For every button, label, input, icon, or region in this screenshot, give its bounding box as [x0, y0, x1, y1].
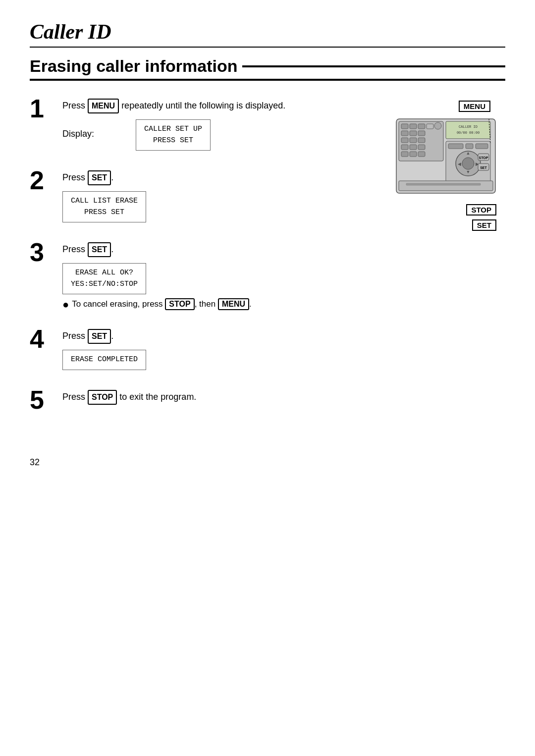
stop-key-5: STOP — [88, 390, 117, 405]
step-3-display: ERASE ALL OK? YES:SET/NO:STOP — [62, 263, 146, 294]
step-3-content: Press SET. ERASE ALL OK? YES:SET/NO:STOP… — [62, 239, 376, 311]
svg-point-27 — [462, 158, 474, 169]
display-line-1-1: CALLER SET UP — [144, 124, 202, 135]
step-4: 4 Press SET. ERASE COMPLETED — [30, 326, 376, 372]
svg-rect-37 — [406, 183, 481, 185]
step-1-display-row: Display: CALLER SET UP PRESS SET — [62, 117, 376, 151]
display-line-2-1: CALL LIST ERASE — [71, 196, 138, 207]
svg-rect-36 — [399, 181, 493, 191]
step-4-display: ERASE COMPLETED — [62, 350, 146, 370]
svg-text:00/00 00:00: 00/00 00:00 — [457, 131, 480, 135]
svg-rect-10 — [401, 138, 408, 143]
set-key-2: SET — [88, 170, 111, 185]
step-1-text: Press MENU repeatedly until the followin… — [62, 99, 376, 113]
display-line-3-2: YES:SET/NO:STOP — [71, 279, 138, 290]
display-line-2-2: PRESS SET — [71, 207, 138, 218]
menu-key-3: MENU — [218, 298, 249, 310]
section-title: Erasing caller information — [30, 56, 505, 81]
svg-text:STOP: STOP — [479, 156, 488, 160]
step-5-content: Press STOP to exit the program. — [62, 387, 376, 409]
step-4-content: Press SET. ERASE COMPLETED — [62, 326, 376, 372]
svg-rect-7 — [401, 131, 408, 136]
svg-rect-6 — [434, 122, 441, 129]
svg-rect-17 — [410, 152, 417, 157]
step-3: 3 Press SET. ERASE ALL OK? YES:SET/NO:ST… — [30, 239, 376, 311]
svg-text:SET: SET — [480, 166, 487, 169]
step-1-display: CALLER SET UP PRESS SET — [136, 119, 211, 151]
svg-text:CALLER ID: CALLER ID — [459, 125, 478, 129]
svg-rect-5 — [427, 124, 433, 129]
svg-rect-15 — [418, 145, 425, 150]
stop-key-3: STOP — [165, 298, 194, 310]
svg-text:▲: ▲ — [466, 151, 471, 156]
page-title: Caller ID — [30, 20, 505, 48]
device-illustration: CALLER ID 00/00 00:00 ▲ ▼ ◀ ▶ STOP — [391, 114, 500, 203]
svg-rect-19 — [446, 121, 490, 139]
step-1-content: Press MENU repeatedly until the followin… — [62, 96, 376, 153]
step-2: 2 Press SET. CALL LIST ERASE PRESS SET — [30, 167, 376, 224]
step-3-display-row: ERASE ALL OK? YES:SET/NO:STOP — [62, 261, 376, 294]
step-4-number: 4 — [30, 326, 54, 352]
step-1: 1 Press MENU repeatedly until the follow… — [30, 96, 376, 153]
svg-rect-14 — [410, 145, 417, 150]
step-2-display-row: CALL LIST ERASE PRESS SET — [62, 189, 376, 222]
step-2-text: Press SET. — [62, 170, 376, 185]
device-column: MENU — [386, 96, 505, 428]
bullet-dot: ● — [62, 298, 69, 311]
display-label-1: Display: — [62, 129, 94, 139]
menu-device-label: MENU — [459, 101, 490, 112]
step-2-content: Press SET. CALL LIST ERASE PRESS SET — [62, 167, 376, 224]
stop-device-label: STOP — [466, 204, 496, 216]
svg-rect-9 — [418, 131, 425, 136]
svg-rect-23 — [448, 144, 463, 149]
set-key-3: SET — [88, 242, 111, 257]
svg-rect-3 — [410, 124, 417, 129]
display-line-4-1: ERASE COMPLETED — [71, 354, 138, 366]
step-3-bullet: ● To cancel erasing, press STOP, then ME… — [62, 298, 376, 311]
set-device-label: SET — [472, 219, 496, 231]
svg-text:▼: ▼ — [466, 169, 471, 174]
step-4-display-row: ERASE COMPLETED — [62, 348, 376, 370]
device-svg: CALLER ID 00/00 00:00 ▲ ▼ ◀ ▶ STOP — [391, 114, 500, 203]
menu-key-1: MENU — [88, 99, 119, 113]
svg-rect-16 — [401, 152, 408, 157]
step-2-display: CALL LIST ERASE PRESS SET — [62, 191, 146, 222]
svg-rect-24 — [466, 144, 473, 149]
svg-rect-13 — [401, 145, 408, 150]
step-3-number: 3 — [30, 239, 54, 265]
step-3-text: Press SET. — [62, 242, 376, 257]
svg-text:◀: ◀ — [458, 162, 461, 166]
step-2-number: 2 — [30, 167, 54, 193]
step-5-text: Press STOP to exit the program. — [62, 390, 376, 405]
svg-rect-2 — [401, 124, 408, 129]
step-1-number: 1 — [30, 96, 54, 121]
set-key-4: SET — [88, 329, 111, 344]
step-4-text: Press SET. — [62, 329, 376, 344]
bullet-text: To cancel erasing, press STOP, then MENU… — [72, 298, 251, 310]
steps-column: 1 Press MENU repeatedly until the follow… — [30, 96, 376, 428]
svg-rect-25 — [476, 144, 488, 149]
svg-rect-11 — [410, 138, 417, 143]
display-line-1-2: PRESS SET — [144, 135, 202, 147]
svg-rect-4 — [418, 124, 425, 129]
step-5-number: 5 — [30, 387, 54, 413]
page-number: 32 — [30, 457, 505, 468]
display-line-3-1: ERASE ALL OK? — [71, 268, 138, 279]
svg-rect-8 — [410, 131, 417, 136]
step-5: 5 Press STOP to exit the program. — [30, 387, 376, 413]
svg-rect-12 — [418, 138, 425, 143]
svg-rect-18 — [418, 152, 425, 157]
